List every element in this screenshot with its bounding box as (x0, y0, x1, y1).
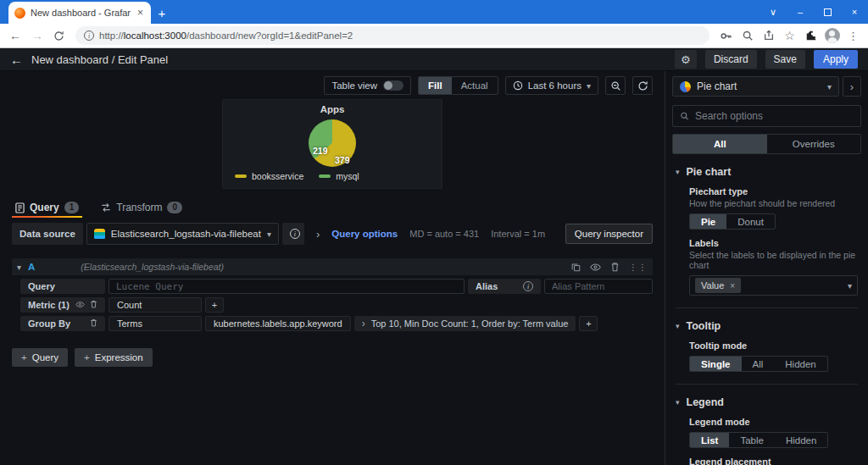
section-divider (676, 384, 858, 385)
discard-button[interactable]: Discard (705, 50, 757, 69)
option-table[interactable]: Table (729, 433, 775, 447)
datasource-help-button[interactable]: i (282, 223, 304, 245)
datasource-row: Data source Elasticsearch_logstash-via-f… (0, 223, 665, 245)
pie-chart-viz-icon (680, 81, 691, 92)
query-a-header[interactable]: ▾ A (Elasticsearch_logstash-via-filebeat… (12, 258, 653, 275)
lucene-query-input[interactable] (108, 279, 465, 294)
option-list[interactable]: List (690, 433, 729, 447)
pie-slice-value-mysql: 219 (313, 146, 328, 156)
window-close-button[interactable]: × (841, 0, 868, 24)
url-bar[interactable]: i http://localhost:3000/dashboard/new?or… (75, 26, 709, 45)
profile-avatar[interactable] (824, 28, 840, 44)
query-options-chevron-icon[interactable]: › (316, 228, 320, 241)
legend-item-mysql[interactable]: mysql (319, 171, 359, 181)
chart-legend: booksservice mysql (223, 171, 442, 188)
remove-tag-icon[interactable]: × (730, 281, 735, 291)
url-text: http://localhost:3000/dashboard/new?orgI… (99, 30, 353, 41)
panel-back-icon[interactable]: ← (10, 53, 23, 67)
share-icon[interactable] (760, 28, 776, 44)
tab-close-icon[interactable]: × (136, 7, 145, 19)
window-minimize-button[interactable]: – (787, 0, 814, 24)
collapse-options-button[interactable]: › (843, 76, 861, 97)
panel-title: Apps (223, 104, 442, 114)
panel-settings-gear-icon[interactable]: ⚙ (675, 50, 697, 69)
add-metric-button[interactable]: + (205, 297, 224, 313)
query-count-badge: 1 (64, 202, 80, 213)
group-by-field-select[interactable]: kubernetes.labels.app.keyword (205, 316, 351, 331)
extensions-puzzle-icon[interactable] (803, 28, 819, 44)
metric-type-select[interactable]: Count (108, 297, 202, 313)
options-search[interactable] (672, 105, 861, 127)
fit-fill-option[interactable]: Fill (419, 77, 452, 94)
panel-toolbar: Table view Fill Actual Last 6 hours ▾ (0, 76, 665, 95)
browser-titlebar: New dashboard - Grafana × + ∨ – × (0, 0, 868, 24)
section-legend[interactable]: ▾ Legend (676, 396, 858, 408)
add-query-button[interactable]: + Query (12, 348, 68, 367)
window-chevron-icon[interactable]: ∨ (760, 0, 787, 24)
query-a-collapse-icon[interactable]: ▾ (17, 263, 21, 272)
apply-button[interactable]: Apply (814, 50, 858, 69)
option-all[interactable]: All (742, 357, 775, 371)
metric-trash-icon[interactable] (90, 300, 97, 310)
option-hidden[interactable]: Hidden (774, 357, 826, 371)
back-icon[interactable]: ← (7, 29, 24, 42)
options-sidebar: Pie chart ▾ › All Overrides (665, 71, 868, 465)
zoom-out-button[interactable] (605, 76, 626, 95)
section-pie-chart[interactable]: ▾ Pie chart (676, 166, 858, 178)
legend-item-booksservice[interactable]: booksservice (235, 171, 303, 181)
tab-transform[interactable]: Transform 0 (101, 202, 182, 218)
query-options-link[interactable]: Query options (331, 229, 398, 239)
table-view-toggle[interactable] (383, 80, 403, 91)
reload-icon[interactable] (51, 28, 67, 44)
site-info-icon[interactable]: i (84, 30, 94, 41)
section-tooltip[interactable]: ▾ Tooltip (676, 320, 858, 332)
alias-label: Alias i (468, 279, 541, 294)
elasticsearch-icon (94, 229, 105, 240)
option-pie[interactable]: Pie (690, 214, 726, 229)
tab-all[interactable]: All (673, 135, 767, 153)
group-by-trash-icon[interactable] (90, 318, 97, 329)
bookmark-star-icon[interactable]: ☆ (782, 28, 798, 44)
zoom-icon[interactable] (739, 28, 755, 44)
tab-query[interactable]: Query 1 (15, 202, 79, 218)
delete-query-trash-icon[interactable] (610, 262, 620, 272)
screen: New dashboard - Grafana × + ∨ – × ← → i … (0, 0, 868, 465)
browser-tab[interactable]: New dashboard - Grafana × (8, 2, 151, 24)
labels-multiselect[interactable]: Value × ▾ (689, 275, 858, 296)
legend-swatch (319, 174, 331, 178)
fit-actual-option[interactable]: Actual (452, 77, 498, 94)
panel-preview[interactable]: Apps 379 219 booksservice (222, 99, 442, 189)
group-by-settings[interactable]: › Top 10, Min Doc Count: 1, Order by: Te… (354, 316, 576, 331)
option-donut[interactable]: Donut (726, 214, 775, 229)
refresh-button[interactable] (632, 76, 653, 95)
query-row: Query Alias i (20, 279, 653, 294)
add-group-by-button[interactable]: + (579, 316, 598, 331)
new-tab-button[interactable]: + (151, 3, 173, 23)
alias-pattern-input[interactable] (544, 279, 653, 294)
metric-eye-icon[interactable] (75, 300, 85, 310)
duplicate-query-icon[interactable] (571, 263, 581, 272)
max-datapoints-summary: MD = auto = 431 (409, 229, 479, 239)
options-search-input[interactable] (695, 110, 854, 122)
avatar-icon (825, 28, 840, 43)
option-single[interactable]: Single (690, 357, 742, 371)
browser-menu-icon[interactable]: ⋮ (845, 28, 861, 44)
disable-query-eye-icon[interactable] (590, 263, 601, 272)
section-collapse-icon: ▾ (676, 398, 680, 407)
save-button[interactable]: Save (765, 50, 805, 69)
labels-label: Labels (689, 238, 858, 248)
time-range-picker[interactable]: Last 6 hours ▾ (505, 76, 598, 95)
group-by-type-select[interactable]: Terms (108, 316, 202, 331)
datasource-picker[interactable]: Elasticsearch_logstash-via-filebeat ▾ (86, 223, 279, 245)
password-key-icon[interactable] (718, 28, 734, 44)
add-expression-button[interactable]: + Expression (75, 348, 153, 367)
interval-summary: Interval = 1m (491, 229, 545, 239)
option-hidden[interactable]: Hidden (775, 433, 827, 447)
transform-icon (101, 202, 111, 213)
window-maximize-button[interactable] (814, 0, 841, 24)
query-inspector-button[interactable]: Query inspector (565, 224, 653, 244)
drag-handle-icon[interactable]: ⋮⋮ (629, 263, 648, 272)
tab-overrides[interactable]: Overrides (767, 135, 861, 153)
time-range-label: Last 6 hours (528, 80, 581, 91)
visualization-picker[interactable]: Pie chart ▾ (672, 76, 839, 97)
